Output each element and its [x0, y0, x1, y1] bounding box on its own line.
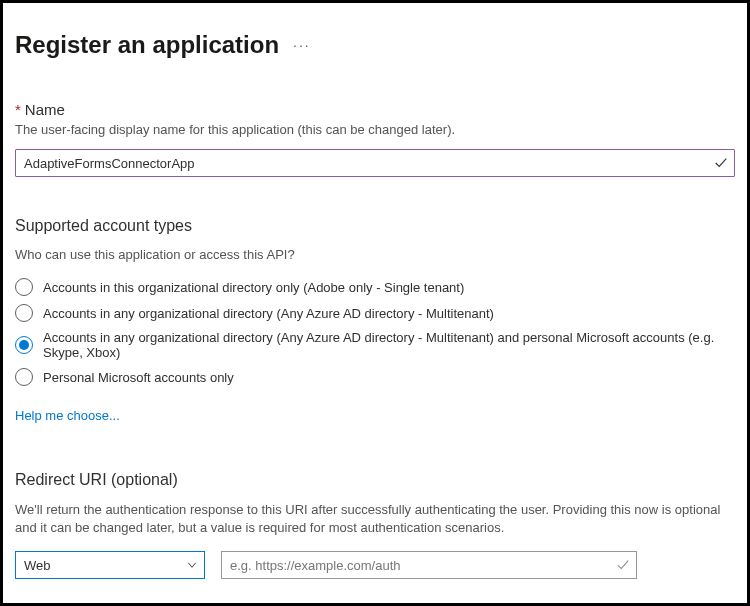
- account-type-option-multitenant-personal[interactable]: Accounts in any organizational directory…: [15, 330, 735, 360]
- radio-label: Accounts in any organizational directory…: [43, 330, 735, 360]
- required-star-icon: *: [15, 101, 21, 118]
- radio-icon: [15, 368, 33, 386]
- radio-label: Accounts in any organizational directory…: [43, 306, 494, 321]
- redirect-uri-help: We'll return the authentication response…: [15, 501, 735, 537]
- name-field-help: The user-facing display name for this ap…: [15, 122, 735, 137]
- help-me-choose-link[interactable]: Help me choose...: [15, 408, 120, 423]
- checkmark-icon: [714, 156, 728, 170]
- account-type-option-single-tenant[interactable]: Accounts in this organizational director…: [15, 278, 735, 296]
- platform-select[interactable]: Web: [15, 551, 205, 579]
- radio-icon: [15, 336, 33, 354]
- account-type-option-multitenant[interactable]: Accounts in any organizational directory…: [15, 304, 735, 322]
- radio-icon: [15, 304, 33, 322]
- checkmark-icon: [616, 558, 630, 572]
- name-input[interactable]: [24, 156, 706, 171]
- account-types-help: Who can use this application or access t…: [15, 247, 735, 262]
- more-actions-button[interactable]: ···: [293, 37, 311, 53]
- account-types-label: Supported account types: [15, 217, 735, 235]
- redirect-uri-input-container[interactable]: [221, 551, 637, 579]
- radio-icon: [15, 278, 33, 296]
- name-input-container[interactable]: [15, 149, 735, 177]
- name-label-text: Name: [25, 101, 65, 118]
- radio-label: Personal Microsoft accounts only: [43, 370, 234, 385]
- title-row: Register an application ···: [15, 31, 735, 59]
- account-type-option-personal-only[interactable]: Personal Microsoft accounts only: [15, 368, 735, 386]
- platform-select-value: Web: [24, 558, 51, 573]
- redirect-uri-label: Redirect URI (optional): [15, 471, 735, 489]
- chevron-down-icon: [186, 559, 198, 571]
- redirect-uri-input[interactable]: [230, 558, 610, 573]
- redirect-uri-row: Web: [15, 551, 735, 579]
- page-title: Register an application: [15, 31, 279, 59]
- account-types-radio-group: Accounts in this organizational director…: [15, 278, 735, 386]
- name-field-label: *Name: [15, 101, 735, 118]
- radio-label: Accounts in this organizational director…: [43, 280, 464, 295]
